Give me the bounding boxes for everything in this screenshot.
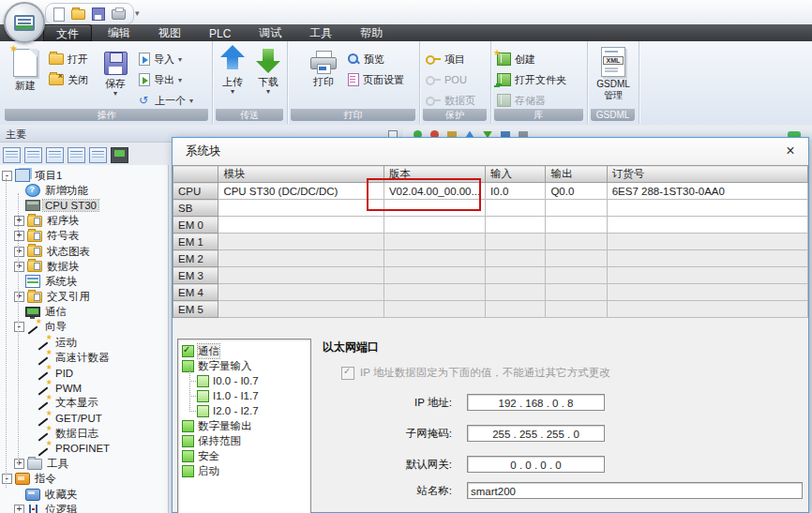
tree-item[interactable]: +符号表 (0, 229, 168, 244)
version-cell[interactable] (383, 234, 485, 250)
expander-icon[interactable]: + (14, 262, 24, 272)
module-cell[interactable] (218, 250, 384, 267)
chart-icon[interactable] (89, 147, 107, 163)
tree-item[interactable]: +程序块 (0, 214, 168, 229)
expander-icon[interactable]: + (14, 231, 24, 241)
tree-item[interactable]: 文本显示 (0, 396, 168, 411)
qat-customize-icon[interactable]: ▾ (135, 8, 140, 18)
module-cell[interactable] (218, 200, 384, 217)
expander-icon[interactable]: + (14, 216, 24, 226)
menu-tab[interactable]: 编辑 (96, 24, 143, 41)
tree-item[interactable]: 数据日志 (0, 426, 168, 441)
output-cell[interactable] (546, 217, 607, 234)
expander-icon[interactable]: + (14, 459, 24, 469)
tree-item[interactable]: -项目1 (0, 168, 168, 183)
menu-tab[interactable]: PLC (197, 24, 243, 41)
module-cell[interactable] (218, 267, 384, 284)
module-cell[interactable] (218, 284, 384, 301)
menu-tab[interactable]: 帮助 (348, 24, 395, 41)
tree-item[interactable]: +状态图表 (0, 244, 168, 259)
save-button[interactable]: 保存 ▾ (96, 45, 135, 107)
output-cell[interactable] (546, 267, 607, 284)
menu-tab[interactable]: 文件 (43, 24, 92, 41)
expander-icon[interactable]: - (2, 474, 12, 484)
expander-icon[interactable]: + (14, 505, 24, 513)
tree-item[interactable]: 新增功能 (0, 183, 168, 198)
option-item[interactable]: 安全 (182, 448, 308, 463)
version-cell[interactable] (383, 301, 485, 318)
option-icon[interactable] (182, 465, 194, 477)
module-cell[interactable] (218, 234, 384, 250)
menu-tab[interactable]: 调试 (247, 24, 293, 41)
output-cell[interactable] (546, 250, 607, 267)
output-cell[interactable]: Q0.0 (546, 183, 607, 200)
option-item[interactable]: 通信 (182, 343, 308, 358)
tree-item[interactable]: 通信 (0, 305, 168, 320)
import-button[interactable]: 导入▾ (139, 51, 182, 68)
input-cell[interactable]: I0.0 (486, 183, 546, 200)
download-button[interactable]: 下载 ▾ (252, 45, 284, 107)
output-cell[interactable] (546, 284, 607, 301)
option-item[interactable]: 数字量输出 (182, 418, 308, 433)
tree-item[interactable]: 收藏夹 (0, 487, 168, 502)
tree-item[interactable]: -向导 (0, 320, 168, 335)
menu-tab[interactable]: 视图 (146, 24, 193, 41)
option-item[interactable]: I1.0 - I1.7 (197, 388, 308, 403)
tree-item[interactable]: +工具 (0, 457, 168, 472)
input-cell[interactable] (486, 301, 546, 318)
option-item[interactable]: 数字量输入 (182, 358, 308, 373)
order-cell[interactable] (607, 250, 807, 267)
ip-address-field[interactable]: 192 . 168 . 0 . 8 (467, 394, 605, 411)
input-cell[interactable] (486, 284, 546, 301)
print-button[interactable]: 打印 (305, 45, 342, 107)
order-cell[interactable]: 6ES7 288-1ST30-0AA0 (607, 183, 807, 200)
tree-item[interactable]: 运动 (0, 335, 168, 350)
open-file-icon[interactable] (71, 9, 85, 20)
new-button[interactable]: 新建 (6, 45, 45, 107)
version-cell[interactable] (383, 250, 485, 267)
previous-button[interactable]: ↺ 上一个▾ (139, 92, 193, 109)
open-button[interactable]: 打开 (49, 51, 88, 68)
option-item[interactable]: 保持范围 (182, 433, 308, 448)
book-icon[interactable] (46, 147, 64, 163)
version-cell[interactable] (383, 267, 485, 284)
option-icon[interactable] (197, 375, 209, 387)
library-open-folder-button[interactable]: 打开文件夹 (497, 71, 566, 88)
new-file-icon[interactable] (53, 8, 65, 22)
subnet-mask-field[interactable]: 255 . 255 . 255 . 0 (467, 425, 605, 442)
protect-project-button[interactable]: 项目 (426, 51, 465, 68)
tree-item[interactable]: GET/PUT (0, 411, 168, 426)
page-icon[interactable] (68, 147, 85, 163)
option-icon[interactable] (182, 435, 194, 447)
input-cell[interactable] (486, 267, 546, 284)
expander-icon[interactable]: + (14, 292, 24, 302)
tree-item[interactable]: 高速计数器 (0, 350, 168, 365)
tree-item[interactable]: PID (0, 365, 168, 380)
tree-item[interactable]: PROFINET (0, 441, 168, 456)
order-cell[interactable] (607, 200, 807, 217)
module-cell[interactable]: CPU ST30 (DC/DC/DC) (218, 183, 384, 200)
option-icon[interactable] (182, 450, 194, 462)
input-cell[interactable] (486, 250, 546, 267)
order-cell[interactable] (607, 267, 807, 284)
input-cell[interactable] (486, 200, 546, 217)
monitor-icon[interactable] (111, 147, 128, 163)
version-cell[interactable] (383, 200, 485, 217)
version-cell[interactable] (383, 217, 485, 234)
preview-button[interactable]: 预览 (348, 51, 384, 68)
gsdml-manage-button[interactable]: GSDML 管理 (593, 45, 634, 107)
default-gateway-field[interactable]: 0 . 0 . 0 . 0 (467, 456, 605, 473)
expander-icon[interactable]: - (14, 322, 24, 332)
order-cell[interactable] (607, 284, 807, 301)
tree-item[interactable]: -指令 (0, 472, 168, 487)
output-cell[interactable] (546, 301, 607, 318)
page-setup-button[interactable]: 页面设置 (348, 71, 404, 88)
app-menu-button[interactable] (4, 2, 45, 43)
option-icon[interactable] (197, 390, 209, 402)
station-name-field[interactable]: smart200 (467, 482, 803, 499)
expander-icon[interactable]: - (2, 171, 12, 181)
library-create-button[interactable]: 创建 (497, 51, 535, 68)
output-cell[interactable] (546, 200, 607, 217)
input-cell[interactable] (486, 234, 546, 250)
version-cell[interactable]: V02.04.00_00.00... (383, 183, 485, 200)
